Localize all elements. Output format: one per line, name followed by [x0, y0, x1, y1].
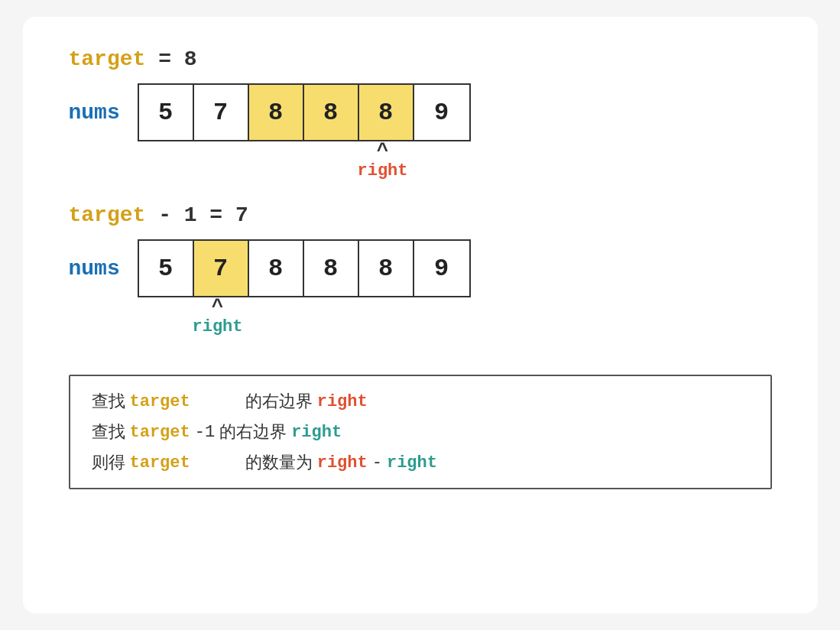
section2: target - 1 = 7 nums 5 7 8 8 8 9 ^ right	[69, 203, 772, 336]
summary-right-3b: right	[387, 453, 437, 472]
nums-label-2: nums	[69, 257, 122, 281]
cell-1-5: 9	[414, 85, 469, 140]
summary-target-1: target	[130, 392, 190, 411]
summary-zh1-3: 则得	[92, 451, 125, 474]
target-keyword-2: target	[69, 203, 146, 227]
cell-2-2: 8	[249, 241, 304, 296]
target-line-1: target = 8	[69, 47, 772, 71]
cell-1-0: 5	[139, 85, 194, 140]
cell-2-4: 8	[359, 241, 414, 296]
summary-line-3: 则得 target 的数量为 right - right	[92, 451, 749, 474]
pointer-label-1: right	[358, 161, 408, 180]
pointer-area-2: ^ right	[193, 297, 243, 336]
target-keyword-1: target	[69, 47, 146, 71]
cell-1-2: 8	[249, 85, 304, 140]
summary-zh1-2: 查找	[92, 421, 125, 443]
summary-zh2-1: 的右边界	[245, 390, 313, 413]
array-1: 5 7 8 8 8 9	[138, 83, 471, 141]
caret-2: ^	[212, 297, 224, 317]
pointer-row-2: ^ right	[138, 297, 772, 336]
gap1	[69, 180, 772, 203]
pointer-area-1: ^ right	[358, 141, 408, 180]
cell-1-1: 7	[194, 85, 249, 140]
pointer-label-2: right	[193, 317, 243, 336]
cell-2-3: 8	[304, 241, 359, 296]
cell-2-0: 5	[139, 241, 194, 296]
summary-zh1-1: 查找	[92, 390, 125, 413]
nums-label-1: nums	[69, 101, 122, 125]
gap2	[69, 336, 772, 359]
summary-line-1: 查找 target 的右边界 right	[92, 390, 749, 413]
cell-1-3: 8	[304, 85, 359, 140]
summary-zh2-2: 的右边界	[219, 421, 287, 443]
target-line-2: target - 1 = 7	[69, 203, 772, 227]
cell-2-1: 7	[194, 241, 249, 296]
summary-line-2: 查找 target -1 的右边界 right	[92, 421, 749, 443]
pointer-row-1: ^ right	[138, 141, 772, 180]
nums-row-1: nums 5 7 8 8 8 9	[69, 83, 772, 141]
summary-minus-3: -	[372, 453, 382, 472]
summary-plain-2: -1	[195, 423, 215, 442]
summary-target-3: target	[130, 453, 190, 472]
caret-1: ^	[377, 141, 389, 161]
summary-zh2-3: 的数量为	[245, 451, 313, 474]
summary-right-1: right	[317, 392, 368, 411]
nums-row-2: nums 5 7 8 8 8 9	[69, 239, 772, 297]
section1: target = 8 nums 5 7 8 8 8 9 ^ right	[69, 47, 772, 180]
summary-box: 查找 target 的右边界 right 查找 target -1 的右边界 r…	[69, 375, 772, 489]
cell-1-4: 8	[359, 85, 414, 140]
cell-2-5: 9	[414, 241, 469, 296]
summary-right-3a: right	[317, 453, 368, 472]
main-container: target = 8 nums 5 7 8 8 8 9 ^ right	[23, 17, 818, 613]
summary-target-2: target	[130, 423, 190, 442]
summary-right-2: right	[291, 423, 342, 442]
array-2: 5 7 8 8 8 9	[138, 239, 471, 297]
target-eq-2: - 1 = 7	[158, 203, 248, 227]
target-eq-1: = 8	[158, 47, 196, 71]
